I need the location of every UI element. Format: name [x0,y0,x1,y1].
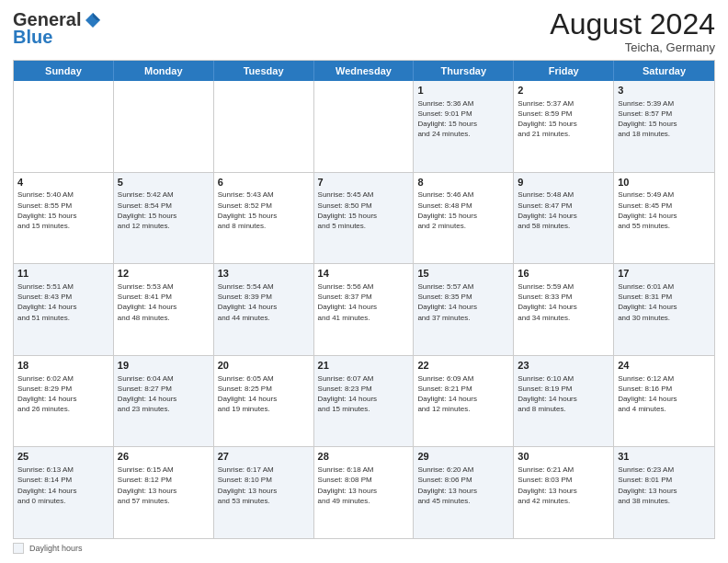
day-info: Sunrise: 5:39 AM Sunset: 8:57 PM Dayligh… [618,98,711,140]
day-info: Sunrise: 6:10 AM Sunset: 8:19 PM Dayligh… [518,373,609,415]
cal-cell-2-4: 15Sunrise: 5:57 AM Sunset: 8:35 PM Dayli… [414,264,514,355]
calendar-body: 1Sunrise: 5:36 AM Sunset: 9:01 PM Daylig… [14,81,714,538]
calendar-row-3: 11Sunrise: 5:51 AM Sunset: 8:43 PM Dayli… [14,263,714,355]
cal-cell-2-3: 14Sunrise: 5:56 AM Sunset: 8:37 PM Dayli… [314,264,415,355]
cal-cell-1-1: 5Sunrise: 5:42 AM Sunset: 8:54 PM Daylig… [114,173,214,264]
day-number: 15 [417,267,509,281]
day-number: 17 [618,267,711,281]
day-info: Sunrise: 6:01 AM Sunset: 8:31 PM Dayligh… [618,282,711,323]
day-info: Sunrise: 5:54 AM Sunset: 8:39 PM Dayligh… [218,282,310,323]
day-number: 8 [417,176,509,190]
day-number: 9 [518,176,609,190]
cal-cell-4-4: 29Sunrise: 6:20 AM Sunset: 8:06 PM Dayli… [414,447,514,538]
cal-cell-3-2: 20Sunrise: 6:05 AM Sunset: 8:25 PM Dayli… [214,356,314,447]
legend-label: Daylight hours [29,544,83,553]
cal-cell-0-6: 3Sunrise: 5:39 AM Sunset: 8:57 PM Daylig… [614,81,714,172]
day-number: 2 [518,84,609,98]
day-info: Sunrise: 5:48 AM Sunset: 8:47 PM Dayligh… [518,190,609,231]
day-number: 20 [218,359,310,373]
header: General Blue August 2024 Teicha, Germany [13,9,715,54]
day-number: 12 [118,267,210,281]
day-number: 16 [518,267,609,281]
day-info: Sunrise: 5:49 AM Sunset: 8:45 PM Dayligh… [618,190,711,231]
header-tuesday: Tuesday [214,61,314,81]
day-number: 10 [618,176,711,190]
month-title: August 2024 [550,9,715,39]
day-info: Sunrise: 6:23 AM Sunset: 8:01 PM Dayligh… [618,465,711,506]
cal-cell-4-0: 25Sunrise: 6:13 AM Sunset: 8:14 PM Dayli… [14,447,114,538]
day-number: 1 [417,84,509,98]
day-number: 3 [618,84,711,98]
calendar-header: SundayMondayTuesdayWednesdayThursdayFrid… [14,61,714,81]
logo-icon [84,11,102,29]
calendar: SundayMondayTuesdayWednesdayThursdayFrid… [13,60,715,539]
day-number: 6 [218,176,310,190]
header-friday: Friday [514,61,614,81]
day-number: 23 [518,359,609,373]
day-info: Sunrise: 5:37 AM Sunset: 8:59 PM Dayligh… [518,98,609,140]
footer: Daylight hours [13,543,715,554]
day-number: 24 [618,359,711,373]
cal-cell-1-3: 7Sunrise: 5:45 AM Sunset: 8:50 PM Daylig… [314,173,415,264]
cal-cell-0-3 [314,81,415,172]
calendar-row-2: 4Sunrise: 5:40 AM Sunset: 8:55 PM Daylig… [14,172,714,264]
cal-cell-4-5: 30Sunrise: 6:21 AM Sunset: 8:03 PM Dayli… [514,447,614,538]
day-info: Sunrise: 6:13 AM Sunset: 8:14 PM Dayligh… [17,465,109,506]
day-info: Sunrise: 5:59 AM Sunset: 8:33 PM Dayligh… [518,282,609,323]
day-number: 22 [417,359,509,373]
day-info: Sunrise: 5:45 AM Sunset: 8:50 PM Dayligh… [318,190,410,231]
cal-cell-0-4: 1Sunrise: 5:36 AM Sunset: 9:01 PM Daylig… [414,81,514,172]
day-number: 14 [318,267,410,281]
day-number: 7 [318,176,410,190]
cal-cell-4-3: 28Sunrise: 6:18 AM Sunset: 8:08 PM Dayli… [314,447,415,538]
cal-cell-2-6: 17Sunrise: 6:01 AM Sunset: 8:31 PM Dayli… [614,264,714,355]
calendar-row-5: 25Sunrise: 6:13 AM Sunset: 8:14 PM Dayli… [14,446,714,538]
cal-cell-1-5: 9Sunrise: 5:48 AM Sunset: 8:47 PM Daylig… [514,173,614,264]
day-info: Sunrise: 5:56 AM Sunset: 8:37 PM Dayligh… [318,282,410,323]
day-info: Sunrise: 5:46 AM Sunset: 8:48 PM Dayligh… [417,190,509,231]
cal-cell-2-0: 11Sunrise: 5:51 AM Sunset: 8:43 PM Dayli… [14,264,114,355]
calendar-row-1: 1Sunrise: 5:36 AM Sunset: 9:01 PM Daylig… [14,81,714,172]
day-info: Sunrise: 6:02 AM Sunset: 8:29 PM Dayligh… [17,373,109,415]
day-info: Sunrise: 5:43 AM Sunset: 8:52 PM Dayligh… [218,190,310,231]
day-number: 31 [618,450,711,464]
day-number: 26 [118,450,210,464]
day-info: Sunrise: 5:36 AM Sunset: 9:01 PM Dayligh… [417,98,509,140]
cal-cell-2-2: 13Sunrise: 5:54 AM Sunset: 8:39 PM Dayli… [214,264,314,355]
cal-cell-4-1: 26Sunrise: 6:15 AM Sunset: 8:12 PM Dayli… [114,447,214,538]
day-info: Sunrise: 6:04 AM Sunset: 8:27 PM Dayligh… [118,373,210,415]
cal-cell-0-5: 2Sunrise: 5:37 AM Sunset: 8:59 PM Daylig… [514,81,614,172]
day-number: 4 [17,176,109,190]
cal-cell-0-2 [214,81,314,172]
day-info: Sunrise: 5:51 AM Sunset: 8:43 PM Dayligh… [17,282,109,323]
day-number: 21 [318,359,410,373]
day-number: 19 [118,359,210,373]
location: Teicha, Germany [550,40,715,54]
cal-cell-2-1: 12Sunrise: 5:53 AM Sunset: 8:41 PM Dayli… [114,264,214,355]
page: General Blue August 2024 Teicha, Germany… [0,0,728,563]
cal-cell-1-6: 10Sunrise: 5:49 AM Sunset: 8:45 PM Dayli… [614,173,714,264]
header-monday: Monday [114,61,214,81]
day-info: Sunrise: 6:17 AM Sunset: 8:10 PM Dayligh… [218,465,310,506]
logo: General Blue [13,9,102,48]
day-info: Sunrise: 5:40 AM Sunset: 8:55 PM Dayligh… [17,190,109,231]
cal-cell-3-6: 24Sunrise: 6:12 AM Sunset: 8:16 PM Dayli… [614,356,714,447]
header-saturday: Saturday [614,61,714,81]
header-sunday: Sunday [14,61,114,81]
calendar-row-4: 18Sunrise: 6:02 AM Sunset: 8:29 PM Dayli… [14,355,714,447]
cal-cell-3-1: 19Sunrise: 6:04 AM Sunset: 8:27 PM Dayli… [114,356,214,447]
day-info: Sunrise: 5:57 AM Sunset: 8:35 PM Dayligh… [417,282,509,323]
cal-cell-3-0: 18Sunrise: 6:02 AM Sunset: 8:29 PM Dayli… [14,356,114,447]
cal-cell-1-0: 4Sunrise: 5:40 AM Sunset: 8:55 PM Daylig… [14,173,114,264]
cal-cell-1-4: 8Sunrise: 5:46 AM Sunset: 8:48 PM Daylig… [414,173,514,264]
day-info: Sunrise: 6:07 AM Sunset: 8:23 PM Dayligh… [318,373,410,415]
title-area: August 2024 Teicha, Germany [550,9,715,54]
day-info: Sunrise: 6:20 AM Sunset: 8:06 PM Dayligh… [417,465,509,506]
day-info: Sunrise: 6:12 AM Sunset: 8:16 PM Dayligh… [618,373,711,415]
cal-cell-1-2: 6Sunrise: 5:43 AM Sunset: 8:52 PM Daylig… [214,173,314,264]
day-number: 27 [218,450,310,464]
legend-box [13,543,24,554]
day-number: 25 [17,450,109,464]
day-info: Sunrise: 6:21 AM Sunset: 8:03 PM Dayligh… [518,465,609,506]
day-number: 5 [118,176,210,190]
